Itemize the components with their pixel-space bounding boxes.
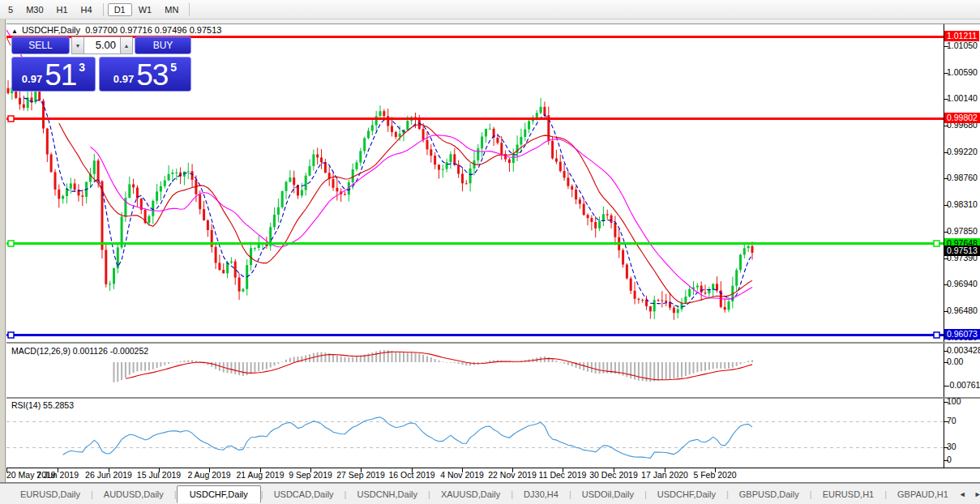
date-tick: 7 Jun 2019: [36, 470, 79, 480]
macd-tick-0.003428: 0.003428: [947, 345, 980, 356]
date-tick: 27 Sep 2019: [336, 470, 385, 480]
mt4-terminal-window: 5M30H1H4D1W1MN ▲USDCHF,Daily 0.97700 0.9…: [0, 0, 980, 504]
date-tick: 11 Dec 2019: [539, 470, 587, 480]
tab-xauusd-daily[interactable]: XAUUSD,Daily: [430, 486, 511, 502]
price-tick-0.98310: 0.98310: [947, 199, 978, 210]
main-macd-divider[interactable]: [6, 342, 980, 344]
date-tick: 2 Aug 2019: [187, 470, 230, 480]
one-click-trading-panel: SELL ▼ 5.00 ▲ BUY 0.97 51 3 0.97 53 5: [11, 36, 191, 92]
toolbar-separator: [103, 3, 104, 16]
price-tick-1.00140: 1.00140: [947, 93, 978, 104]
price-tick-1.00590: 1.00590: [947, 67, 978, 78]
buy-price-button[interactable]: 0.97 53 5: [99, 57, 191, 92]
buy-button[interactable]: BUY: [135, 36, 191, 54]
volume-spinner: ▼ 5.00 ▲: [71, 36, 133, 54]
toolbar-separator: [189, 3, 190, 16]
tab-usdchf-daily[interactable]: USDCHF,Daily: [177, 485, 261, 503]
one-click-trading-arrow-icon[interactable]: ▲: [11, 28, 18, 35]
tab-audusd-daily[interactable]: AUDUSD,Daily: [93, 486, 174, 502]
price-tick-0.97850: 0.97850: [947, 226, 978, 237]
window-left-frame: [0, 19, 6, 483]
ma-mid-line: [59, 123, 752, 303]
tab-scroll-buttons: ◄ ►: [959, 490, 980, 498]
price-tick-1.01050: 1.01050: [947, 41, 978, 51]
tab-usdchf-daily[interactable]: USDCHF,Daily: [647, 486, 726, 502]
timeframe-button-d1[interactable]: D1: [108, 3, 132, 16]
time-axis-line: [6, 468, 980, 468]
date-tick: 22 Nov 2019: [488, 470, 537, 480]
chart-symbol-period: USDCHF,Daily: [22, 25, 80, 35]
rsi-tick-100: 100: [947, 396, 961, 407]
date-tick: 9 Sep 2019: [289, 470, 332, 480]
volume-decrease-icon[interactable]: ▼: [71, 36, 84, 54]
timeframe-button-5[interactable]: 5: [2, 3, 19, 16]
rsi-tick-70: 70: [947, 416, 956, 426]
tab-scroll-right-icon[interactable]: ►: [974, 490, 980, 498]
tab-scroll-left-icon[interactable]: ◄: [959, 490, 966, 498]
sell-price-button[interactable]: 0.97 51 3: [11, 57, 96, 92]
timeframe-button-h4[interactable]: H4: [75, 3, 99, 16]
date-tick: 4 Nov 2019: [440, 470, 484, 480]
tab-eurusd-h1[interactable]: EURUSD,H1: [812, 486, 885, 502]
tab-usdcnh-daily[interactable]: USDCNH,Daily: [346, 486, 428, 502]
price-tick-0.96073: 0.96073: [944, 329, 980, 340]
level-anchor-right[interactable]: [934, 332, 939, 338]
date-tick: 17 Jan 2020: [641, 470, 688, 480]
volume-input[interactable]: 5.00: [84, 36, 120, 54]
level-anchor-left[interactable]: [8, 332, 14, 338]
date-tick: 21 Aug 2019: [237, 470, 285, 480]
price-tick-1.01211: 1.01211: [944, 31, 979, 41]
macd-indicator-label: MACD(12,26,9) 0.001126 -0.000252: [11, 346, 148, 356]
date-tick: 5 Feb 2020: [693, 470, 736, 480]
date-tick: 26 Jun 2019: [85, 470, 132, 480]
chart-canvas: [6, 23, 980, 482]
chart-title: ▲USDCHF,Daily 0.97700 0.97716 0.97496 0.…: [11, 25, 221, 35]
price-tick-0.96480: 0.96480: [947, 305, 978, 316]
sell-price-point: 3: [79, 61, 85, 74]
rsi-indicator-label: RSI(14) 55.2853: [11, 400, 74, 410]
timeframe-button-mn[interactable]: MN: [158, 3, 185, 16]
macd-tick--0.007615: -0.007615: [947, 380, 980, 391]
timeframe-button-m30[interactable]: M30: [19, 3, 49, 16]
tab-eurusd-daily[interactable]: EURUSD,Daily: [10, 486, 91, 502]
ma-slow-line: [91, 135, 753, 299]
chart-tabs: EURUSD,Daily|AUDUSD,Daily|USDCHF,Daily|U…: [10, 485, 959, 503]
sell-button[interactable]: SELL: [11, 36, 70, 54]
level-anchor-right[interactable]: [934, 241, 939, 246]
buy-price-point: 5: [170, 61, 177, 74]
candles-layer: [7, 79, 754, 320]
price-tick-0.96940: 0.96940: [947, 279, 978, 289]
price-tick-0.98760: 0.98760: [947, 173, 978, 183]
tab-usdoil-daily[interactable]: USDOil,Daily: [571, 486, 644, 502]
sell-price-major: 0.97: [22, 73, 42, 85]
rsi-tick-0: 0: [947, 455, 952, 465]
chart-tab-bar: EURUSD,Daily|AUDUSD,Daily|USDCHF,Daily|U…: [0, 483, 980, 504]
chart-ohlc-quote: 0.97700 0.97716 0.97496 0.97513: [85, 25, 221, 35]
rsi-tick-30: 30: [947, 442, 956, 452]
level-anchor-left[interactable]: [8, 116, 14, 122]
timeframe-button-w1[interactable]: W1: [132, 3, 159, 16]
volume-increase-icon[interactable]: ▲: [120, 36, 133, 54]
date-tick: 16 Oct 2019: [388, 470, 434, 480]
price-tick-0.99220: 0.99220: [947, 147, 978, 157]
tab-gbpaud-h1[interactable]: GBPAUD,H1: [887, 486, 959, 502]
rsi-line: [63, 417, 752, 459]
macd-rsi-divider[interactable]: [6, 397, 980, 399]
price-tick-0.99802: 0.99802: [944, 113, 980, 123]
macd-tick-0.00: 0.00: [947, 357, 963, 367]
date-tick: 30 Dec 2019: [589, 470, 638, 480]
timeframe-button-h1[interactable]: H1: [50, 3, 75, 16]
buy-price-major: 0.97: [113, 73, 134, 85]
tab-usdcad-daily[interactable]: USDCAD,Daily: [263, 486, 344, 502]
date-tick: 15 Jul 2019: [137, 470, 181, 480]
tab-gbpusd-daily[interactable]: GBPUSD,Daily: [729, 486, 810, 502]
tab-dj30-h4[interactable]: DJ30,H4: [513, 486, 569, 502]
price-tick-0.97513: 0.97513: [944, 246, 980, 256]
level-anchor-left[interactable]: [8, 241, 14, 246]
sell-price-pips: 51: [45, 62, 76, 89]
timeframe-toolbar: 5M30H1H4D1W1MN: [0, 0, 980, 19]
buy-price-pips: 53: [136, 62, 168, 89]
